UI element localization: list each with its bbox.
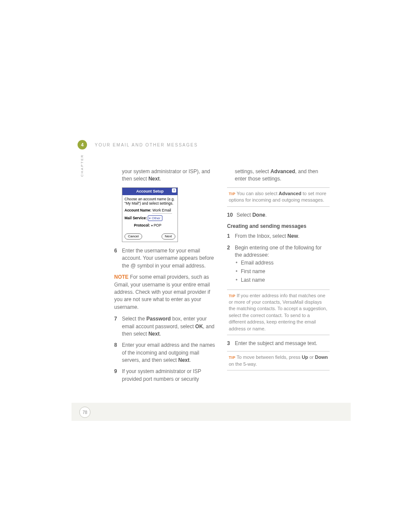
step-1: 1 From the Inbox, select New.	[227, 233, 330, 240]
note-paragraph: NOTE For some email providers, such as G…	[114, 274, 217, 311]
bullet-item: Email address	[235, 259, 330, 267]
screenshot-description: Choose an account name (e.g. "My Mail") …	[125, 197, 175, 205]
cancel-button: Cancel	[125, 233, 142, 240]
intro-continuation: your system administrator or ISP), and t…	[122, 168, 217, 183]
step-10: 10 Select Done.	[227, 212, 330, 219]
step-6: 6 Enter the username for your email acco…	[114, 247, 217, 270]
mail-service-label: Mail Service:	[125, 216, 147, 220]
chapter-number-badge: 4	[78, 140, 87, 149]
left-column: your system administrator or ISP), and t…	[114, 168, 217, 383]
account-name-field: Work Email	[153, 208, 172, 213]
info-icon: i	[172, 188, 176, 193]
step-9: 9 If your system administrator or ISP pr…	[114, 368, 217, 383]
bullet-item: First name	[235, 268, 330, 275]
screenshot-titlebar: Account Setup i	[122, 188, 177, 195]
tip-move-fields: TIP To move between fields, press Up or …	[227, 351, 330, 370]
protocol-dropdown: POP	[151, 223, 162, 227]
protocol-label: Protocol:	[134, 223, 150, 227]
header-title: YOUR EMAIL AND OTHER MESSAGES	[95, 143, 198, 147]
right-column: settings, select Advanced, and then ente…	[227, 168, 330, 383]
step-9-continuation: settings, select Advanced, and then ente…	[235, 168, 330, 183]
chapter-label-vertical: CHAPTER	[80, 154, 84, 177]
page-number-badge: 78	[79, 407, 90, 418]
tip-address-match: TIP If you enter address info that match…	[227, 289, 330, 335]
step-7: 7 Select the Password box, enter your em…	[114, 315, 217, 338]
content-columns: your system administrator or ISP), and t…	[114, 168, 330, 383]
step-3: 3 Enter the subject and message text.	[227, 340, 330, 347]
account-setup-screenshot: Account Setup i Choose an account name (…	[122, 187, 178, 242]
note-label: NOTE	[114, 274, 128, 280]
bullet-item: Last name	[235, 277, 330, 284]
next-button: Next	[162, 233, 175, 240]
tip-advanced: TIP You can also select Advanced to set …	[227, 187, 330, 207]
account-name-label: Account Name:	[125, 208, 151, 212]
step-8: 8 Enter your email address and the names…	[114, 342, 217, 364]
footer-bar	[72, 403, 351, 421]
step-2: 2 Begin entering one of the following fo…	[227, 244, 330, 286]
mail-service-dropdown: Other	[148, 215, 162, 221]
page-header: 4 YOUR EMAIL AND OTHER MESSAGES	[78, 140, 351, 149]
section-heading: Creating and sending messages	[227, 223, 330, 230]
